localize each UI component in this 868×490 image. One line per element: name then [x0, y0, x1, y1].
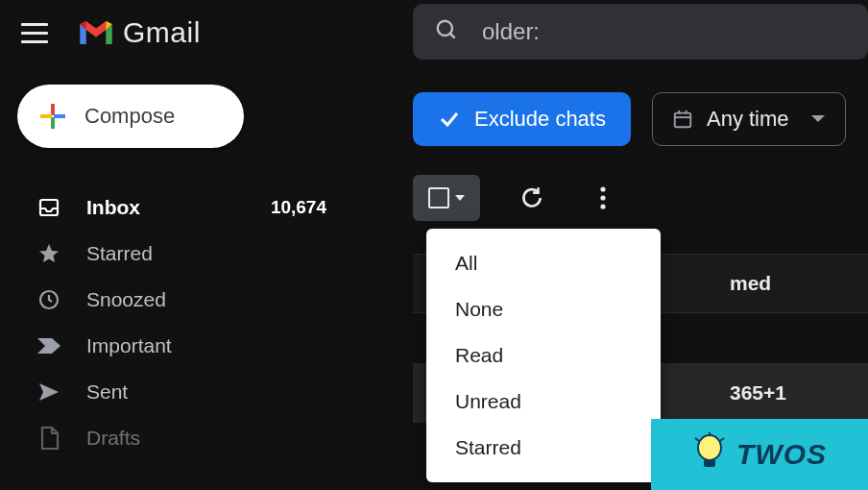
draft-icon	[36, 426, 61, 451]
sidebar-item-label: Important	[86, 334, 172, 357]
checkbox-icon	[428, 187, 449, 208]
menu-icon[interactable]	[19, 17, 50, 48]
sidebar-item-inbox[interactable]: Inbox 10,674	[17, 184, 365, 231]
sidebar-item-sent[interactable]: Sent	[17, 369, 365, 415]
chip-label: Exclude chats	[474, 107, 606, 132]
send-icon	[36, 380, 61, 404]
svg-rect-5	[54, 114, 65, 118]
chevron-down-icon	[810, 114, 826, 124]
gmail-m-icon	[77, 18, 115, 47]
chip-label: Any time	[707, 107, 789, 132]
watermark-badge: TWOS	[651, 419, 868, 490]
inbox-count: 10,674	[271, 197, 326, 218]
svg-rect-4	[40, 114, 52, 118]
menu-item-all[interactable]: All	[426, 240, 661, 286]
sidebar-item-label: Starred	[86, 242, 153, 265]
main-area: Exclude chats Any time	[413, 92, 868, 225]
sidebar-item-label: Sent	[86, 380, 128, 404]
svg-line-1	[450, 34, 455, 38]
inbox-icon	[36, 195, 61, 220]
svg-rect-2	[51, 104, 55, 115]
sidebar-item-label: Inbox	[86, 196, 140, 219]
svg-rect-22	[704, 459, 715, 467]
star-icon	[36, 241, 61, 266]
sidebar-item-label: Snoozed	[86, 288, 166, 311]
menu-item-starred[interactable]: Starred	[426, 425, 661, 471]
menu-item-none[interactable]: None	[426, 286, 661, 332]
svg-point-14	[600, 204, 605, 208]
refresh-button[interactable]	[513, 179, 551, 217]
clock-icon	[36, 287, 61, 312]
sidebar-item-starred[interactable]: Starred	[17, 231, 365, 277]
sidebar: Compose Inbox 10,674 Starred Snoozed Imp…	[0, 85, 365, 461]
message-snippet: 365+1	[730, 381, 786, 404]
check-icon	[438, 108, 461, 131]
mail-toolbar	[413, 171, 868, 225]
svg-point-0	[438, 21, 452, 36]
calendar-icon	[672, 109, 693, 130]
message-snippet: med	[730, 272, 771, 295]
svg-rect-3	[51, 117, 55, 129]
compose-button[interactable]: Compose	[17, 85, 244, 148]
svg-point-21	[698, 435, 721, 460]
time-filter-chip[interactable]: Any time	[652, 92, 846, 146]
exclude-chats-chip[interactable]: Exclude chats	[413, 92, 631, 146]
chevron-down-icon	[455, 195, 465, 201]
menu-item-read[interactable]: Read	[426, 332, 661, 379]
sidebar-item-label: Drafts	[86, 427, 140, 450]
menu-item-unread[interactable]: Unread	[426, 379, 661, 425]
filter-chips: Exclude chats Any time	[413, 92, 868, 146]
search-icon	[434, 17, 459, 46]
svg-line-25	[720, 438, 724, 441]
sidebar-item-snoozed[interactable]: Snoozed	[17, 277, 365, 323]
svg-point-12	[600, 186, 605, 191]
badge-text: TWOS	[736, 438, 827, 471]
svg-point-13	[600, 195, 605, 200]
app-name: Gmail	[123, 16, 201, 49]
select-dropdown-menu: All None Read Unread Starred	[426, 229, 661, 482]
important-icon	[36, 333, 61, 358]
compose-label: Compose	[84, 104, 175, 129]
plus-icon	[38, 102, 67, 131]
svg-line-24	[695, 438, 699, 441]
more-button[interactable]	[584, 179, 622, 217]
search-bar[interactable]: older:	[413, 4, 868, 60]
sidebar-item-drafts[interactable]: Drafts	[17, 415, 365, 461]
lightbulb-icon	[692, 432, 727, 477]
sidebar-item-important[interactable]: Important	[17, 323, 365, 369]
select-all-dropdown[interactable]	[413, 175, 480, 221]
gmail-logo[interactable]: Gmail	[77, 16, 201, 49]
svg-rect-8	[675, 113, 691, 128]
search-input[interactable]: older:	[482, 18, 540, 45]
